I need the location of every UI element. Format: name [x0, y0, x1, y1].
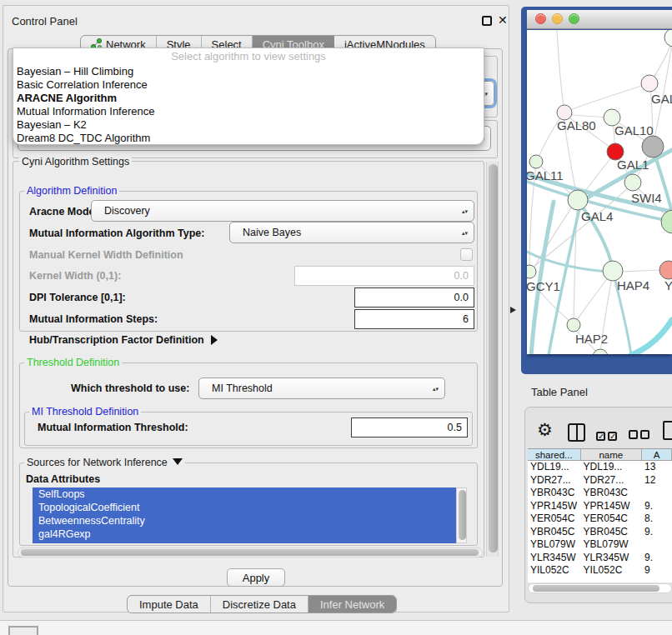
network-node[interactable]	[661, 210, 672, 233]
table-cell[interactable]: 9.	[642, 552, 672, 565]
table-header-shared...[interactable]: shared...	[528, 449, 581, 460]
corner-widget[interactable]	[8, 626, 38, 635]
tab-discretize-data[interactable]: Discretize Data	[211, 596, 308, 612]
sources-toggle[interactable]: Sources for Network Inference	[24, 457, 185, 468]
network-node-gal4[interactable]	[568, 190, 588, 210]
table-horizontal-scrollbar-thumb[interactable]	[533, 585, 659, 592]
network-node[interactable]	[642, 136, 664, 158]
threshold-definition-title: Threshold Definition	[24, 357, 122, 368]
dropdown-item[interactable]: Bayesian – K2	[13, 118, 484, 132]
table-cell[interactable]: YPR145W	[528, 500, 581, 513]
kernel-width-label: Kernel Width (0,1):	[29, 270, 121, 282]
network-node-hap2[interactable]	[567, 318, 580, 332]
table-cell[interactable]: 12	[642, 474, 672, 488]
attribute-item[interactable]: gal4RGexp	[33, 528, 456, 541]
dropdown-item[interactable]: Basic Correlation Inference	[13, 78, 484, 92]
table-cell[interactable]: YIL052C	[528, 564, 581, 578]
settings-horizontal-scrollbar[interactable]	[18, 548, 483, 558]
table-cell[interactable]: YLR345W	[528, 552, 581, 565]
table-header-A[interactable]: A	[642, 449, 672, 460]
minimize-traffic-light[interactable]	[552, 13, 563, 24]
table-cell[interactable]: YBR045C	[528, 526, 581, 539]
dropdown-item[interactable]: Bayesian – Hill Climbing	[13, 65, 484, 78]
table-cell[interactable]: YER054C	[581, 512, 642, 526]
table-cell[interactable]: 9.	[642, 500, 672, 513]
table-cell[interactable]: 13	[642, 461, 672, 474]
table-cell[interactable]: YIL052C	[581, 564, 642, 578]
table-cell[interactable]: YPR145W	[581, 500, 642, 513]
table-cell[interactable]: YBR043C	[528, 487, 581, 500]
close-traffic-light[interactable]	[535, 13, 546, 24]
attributes-scrollbar-thumb[interactable]	[459, 490, 466, 540]
attribute-item[interactable]: TopologicalCoefficient	[33, 501, 456, 514]
table-row[interactable]: YBR045CYBR045C9.	[528, 526, 672, 539]
table-row[interactable]: YPR145WYPR145W9.	[528, 500, 672, 513]
mi-type-combo[interactable]: Naive Bayes ▴▾	[229, 222, 474, 243]
table-cell[interactable]: YDL19...	[581, 461, 642, 474]
attributes-scrollbar[interactable]	[456, 488, 467, 543]
table-cell[interactable]: 9	[642, 564, 672, 578]
table-header-name[interactable]: name	[581, 449, 642, 460]
network-node-label: HAP2	[575, 332, 608, 346]
mi-steps-field[interactable]	[354, 309, 474, 329]
table-horizontal-scrollbar[interactable]	[528, 583, 672, 593]
network-node[interactable]	[664, 30, 672, 47]
zoom-traffic-light[interactable]	[569, 13, 579, 24]
tab-label: Infer Network	[320, 598, 384, 611]
table-cell[interactable]	[642, 487, 672, 500]
dropdown-item[interactable]: ARACNE Algorithm	[13, 92, 484, 105]
document-icon[interactable]	[663, 421, 672, 440]
settings-vertical-scrollbar-thumb[interactable]	[489, 164, 498, 552]
network-window-titlebar[interactable]	[527, 10, 672, 29]
which-threshold-combo[interactable]: MI Threshold ▴▾	[198, 378, 445, 399]
tab-infer-network[interactable]: Infer Network	[308, 596, 396, 612]
table-row[interactable]: YDL19...YDL19...13	[528, 461, 672, 474]
table-cell[interactable]: YDR27...	[581, 474, 642, 488]
network-view-window[interactable]: GALGAL80GAL10GAL1GAL11SWI4GAL4GCY1HAP4YH…	[521, 7, 672, 374]
table-cell[interactable]: 8.	[642, 512, 672, 526]
network-node-swi4[interactable]	[624, 174, 641, 191]
table-cell[interactable]: 9.	[642, 526, 672, 539]
network-node-gcy1[interactable]	[527, 265, 536, 278]
dpi-tolerance-field[interactable]	[354, 288, 474, 308]
table-cell[interactable]: YDR27...	[528, 474, 581, 488]
table-cell[interactable]: YBL079W	[528, 538, 581, 552]
tab-impute-data[interactable]: Impute Data	[128, 596, 211, 612]
bottom-strip	[0, 620, 672, 635]
dropdown-item[interactable]: Mutual Information Inference	[13, 105, 484, 118]
network-canvas[interactable]: GALGAL80GAL10GAL1GAL11SWI4GAL4GCY1HAP4YH…	[527, 30, 672, 354]
table-row[interactable]: YBR043CYBR043C	[528, 487, 672, 500]
table-cell[interactable]: YBR043C	[581, 487, 642, 500]
table-row[interactable]: YBL079WYBL079W	[528, 538, 672, 552]
attribute-item[interactable]: SelfLoops	[33, 488, 456, 501]
manual-kernel-checkbox[interactable]	[460, 248, 473, 261]
apply-button[interactable]: Apply	[227, 568, 285, 587]
close-icon[interactable]: ✕	[498, 13, 508, 27]
float-window-icon[interactable]	[482, 16, 492, 26]
network-node-y[interactable]	[659, 261, 672, 279]
attribute-item[interactable]: BetweennessCentrality	[33, 514, 456, 528]
table-cell[interactable]: YLR345W	[581, 552, 642, 565]
column-layout-icon[interactable]	[568, 423, 585, 442]
table-cell[interactable]: YBL079W	[581, 538, 642, 552]
table-row[interactable]: YER054CYER054C8.	[528, 512, 672, 526]
kernel-width-field[interactable]	[294, 266, 474, 286]
table-cell[interactable]: YDL19...	[528, 461, 581, 474]
deselect-all-checkboxes-icon[interactable]	[629, 428, 652, 442]
table-row[interactable]: YLR345WYLR345W9.	[528, 552, 672, 565]
hub-definition-toggle[interactable]: Hub/Transcription Factor Definition	[29, 334, 218, 346]
table-cell[interactable]: YBR045C	[581, 526, 642, 539]
select-all-checkboxes-icon[interactable]: ✓✓	[596, 428, 619, 442]
dropdown-item[interactable]: Dream8 DC_TDC Algorithm	[13, 132, 484, 145]
settings-vertical-scrollbar[interactable]	[486, 162, 499, 557]
network-node-gal11[interactable]	[529, 155, 543, 168]
aracne-mode-combo[interactable]: Discovery ▴▾	[91, 200, 474, 222]
table-cell[interactable]: YER054C	[528, 512, 581, 526]
table-row[interactable]: YIL052CYIL052C9	[528, 564, 672, 578]
settings-horizontal-scrollbar-thumb[interactable]	[21, 549, 479, 556]
network-node-gal[interactable]	[641, 75, 658, 92]
table-cell[interactable]	[642, 538, 672, 552]
settings-gear-icon[interactable]: ⚙	[537, 420, 553, 440]
table-row[interactable]: YDR27...YDR27...12	[528, 474, 672, 488]
mi-threshold-field[interactable]	[351, 418, 468, 438]
